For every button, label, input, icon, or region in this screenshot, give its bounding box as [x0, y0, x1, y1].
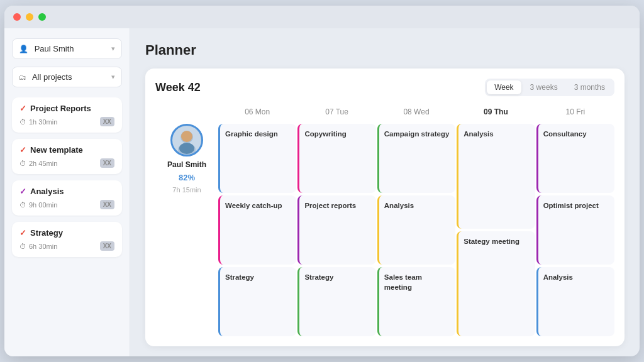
- days-grid: 06 Mon Graphic design Weekly catch-up St…: [218, 105, 614, 336]
- clock-icon: ⏱: [19, 160, 26, 167]
- task-consultancy[interactable]: Consultancy: [536, 124, 614, 193]
- user-hours: 7h 15min: [172, 186, 201, 194]
- minimize-button[interactable]: [26, 13, 33, 21]
- tasks-fri: Consultancy Optimist project Analysis: [536, 124, 614, 336]
- item-title: Analysis: [30, 187, 64, 196]
- user-column: Paul Smith 82% 7h 15min: [155, 105, 218, 336]
- item-time: ⏱ 2h 45min: [19, 160, 57, 167]
- day-header-wed: 08 Wed: [377, 105, 455, 121]
- day-col-thu: 09 Thu Analysis Stategy meeting: [457, 105, 535, 336]
- sidebar-list: ✓ Project Reports ⏱ 1h 30min XX ✓: [12, 97, 122, 257]
- check-icon: ✓: [19, 187, 26, 196]
- view-switcher: Week 3 weeks 3 months: [485, 79, 614, 96]
- item-footer: ⏱ 9h 00min XX: [19, 200, 114, 209]
- avatar-image: [172, 126, 201, 155]
- calendar-grid: Paul Smith 82% 7h 15min 06 Mon Graphic d…: [155, 105, 614, 336]
- check-icon: ✓: [19, 228, 26, 238]
- item-time: ⏱ 9h 00min: [19, 201, 57, 209]
- item-title: Project Reports: [30, 104, 91, 113]
- sidebar-item-project-reports[interactable]: ✓ Project Reports ⏱ 1h 30min XX: [12, 97, 122, 133]
- chevron-down-icon: ▾: [111, 73, 115, 81]
- badge: XX: [100, 241, 114, 251]
- item-footer: ⏱ 2h 45min XX: [19, 158, 114, 168]
- projects-dropdown[interactable]: 🗂 All projects ▾: [12, 67, 122, 87]
- view-3months-button[interactable]: 3 months: [567, 80, 613, 94]
- week-label: Week 42: [155, 81, 201, 94]
- task-strategy-tue[interactable]: Strategy: [297, 267, 375, 336]
- task-analysis-fri[interactable]: Analysis: [536, 267, 614, 336]
- tasks-mon: Graphic design Weekly catch-up Strategy: [218, 124, 296, 336]
- projects-label: All projects: [32, 72, 72, 82]
- item-footer: ⏱ 6h 30min XX: [19, 241, 114, 251]
- day-col-fri: 10 Fri Consultancy Optimist project Anal…: [536, 105, 614, 336]
- task-graphic-design[interactable]: Graphic design: [218, 124, 296, 193]
- user-dropdown[interactable]: 👤 Paul Smith ▾: [12, 38, 122, 59]
- sidebar: 👤 Paul Smith ▾ 🗂 All projects ▾ ✓ Projec…: [4, 28, 130, 356]
- folder-icon: 🗂: [19, 73, 26, 82]
- title-bar: [4, 6, 640, 28]
- avatar: [170, 124, 203, 156]
- view-3weeks-button[interactable]: 3 weeks: [523, 80, 565, 94]
- tasks-thu: Analysis Stategy meeting: [457, 124, 535, 336]
- day-col-mon: 06 Mon Graphic design Weekly catch-up St…: [218, 105, 296, 336]
- day-col-wed: 08 Wed Campaign strategy Analysis Sales …: [377, 105, 455, 336]
- item-title: Strategy: [30, 228, 63, 238]
- sidebar-item-new-template[interactable]: ✓ New template ⏱ 2h 45min XX: [12, 139, 122, 174]
- sidebar-item-analysis[interactable]: ✓ Analysis ⏱ 9h 00min XX: [12, 180, 122, 216]
- badge: XX: [100, 117, 114, 126]
- svg-point-3: [179, 143, 194, 154]
- task-analysis-thu[interactable]: Analysis: [457, 124, 535, 229]
- task-sales-team[interactable]: Sales team meeting: [377, 267, 455, 336]
- clock-icon: ⏱: [19, 243, 26, 250]
- user-display-name: Paul Smith: [167, 160, 206, 169]
- sidebar-item-strategy[interactable]: ✓ Strategy ⏱ 6h 30min XX: [12, 222, 122, 257]
- badge: XX: [100, 200, 114, 209]
- day-col-tue: 07 Tue Copywriting Project reports Strat…: [297, 105, 375, 336]
- person-icon: 👤: [19, 45, 28, 53]
- task-optimist-project[interactable]: Optimist project: [536, 195, 614, 265]
- tasks-wed: Campaign strategy Analysis Sales team me…: [377, 124, 455, 336]
- item-title: New template: [30, 145, 83, 155]
- view-week-button[interactable]: Week: [487, 80, 521, 94]
- task-project-reports[interactable]: Project reports: [297, 195, 375, 265]
- maximize-button[interactable]: [38, 13, 46, 21]
- item-header: ✓ New template: [19, 145, 114, 155]
- day-header-thu: 09 Thu: [457, 105, 535, 121]
- task-weekly-catchup[interactable]: Weekly catch-up: [218, 195, 296, 265]
- clock-icon: ⏱: [19, 201, 26, 209]
- app-window: 👤 Paul Smith ▾ 🗂 All projects ▾ ✓ Projec…: [4, 6, 640, 356]
- item-header: ✓ Project Reports: [19, 104, 114, 113]
- planner-section: Planner Week 42 Week 3 weeks 3 months: [130, 28, 640, 356]
- planner-title: Planner: [145, 42, 625, 58]
- task-copywriting[interactable]: Copywriting: [297, 124, 375, 193]
- tasks-tue: Copywriting Project reports Strategy: [297, 124, 375, 336]
- task-strategy-meeting[interactable]: Stategy meeting: [457, 231, 535, 336]
- task-strategy-mon[interactable]: Strategy: [218, 267, 296, 336]
- task-analysis-wed[interactable]: Analysis: [377, 195, 455, 265]
- badge: XX: [100, 158, 114, 168]
- task-campaign-strategy[interactable]: Campaign strategy: [377, 124, 455, 193]
- clock-icon: ⏱: [19, 118, 26, 126]
- item-time: ⏱ 1h 30min: [19, 118, 57, 126]
- chevron-down-icon: ▾: [111, 45, 115, 53]
- check-icon: ✓: [19, 145, 26, 155]
- user-name: Paul Smith: [35, 44, 74, 53]
- item-header: ✓ Strategy: [19, 228, 114, 238]
- item-footer: ⏱ 1h 30min XX: [19, 117, 114, 126]
- svg-point-2: [181, 131, 192, 142]
- item-time: ⏱ 6h 30min: [19, 243, 57, 250]
- check-icon: ✓: [19, 104, 26, 113]
- close-button[interactable]: [13, 13, 21, 21]
- main-content: 👤 Paul Smith ▾ 🗂 All projects ▾ ✓ Projec…: [4, 28, 640, 356]
- day-header-fri: 10 Fri: [536, 105, 614, 121]
- planner-card: Week 42 Week 3 weeks 3 months: [145, 69, 625, 346]
- day-header-tue: 07 Tue: [297, 105, 375, 121]
- item-header: ✓ Analysis: [19, 187, 114, 196]
- day-header-mon: 06 Mon: [218, 105, 296, 121]
- user-percent: 82%: [179, 173, 195, 182]
- planner-header: Week 42 Week 3 weeks 3 months: [155, 79, 614, 96]
